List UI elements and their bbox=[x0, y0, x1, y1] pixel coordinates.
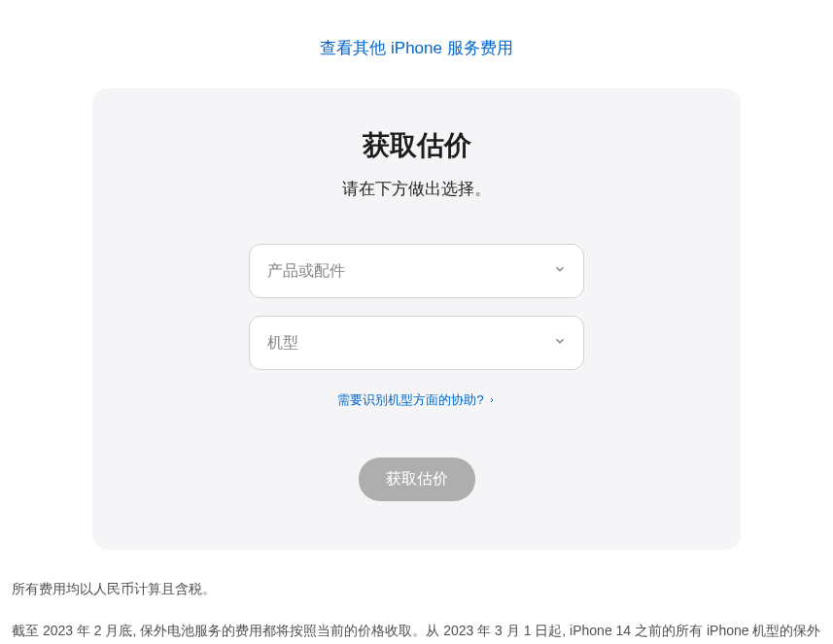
submit-row: 获取估价 bbox=[141, 458, 692, 501]
view-other-services-link[interactable]: 查看其他 iPhone 服务费用 bbox=[320, 39, 512, 57]
model-select[interactable]: 机型 bbox=[249, 316, 584, 370]
identify-model-help-link[interactable]: 需要识别机型方面的协助? bbox=[337, 391, 495, 409]
product-select[interactable]: 产品或配件 bbox=[249, 244, 584, 298]
estimate-card: 获取估价 请在下方做出选择。 产品或配件 机型 需要识别机型方面的协助? 获取估… bbox=[92, 88, 741, 550]
card-title: 获取估价 bbox=[141, 127, 692, 164]
footer-line-1: 所有费用均以人民币计算且含税。 bbox=[12, 577, 821, 601]
help-link-label: 需要识别机型方面的协助? bbox=[337, 391, 483, 409]
footer-line-2: 截至 2023 年 2 月底, 保外电池服务的费用都将按照当前的价格收取。从 2… bbox=[12, 619, 821, 644]
card-subtitle: 请在下方做出选择。 bbox=[141, 178, 692, 200]
get-estimate-button[interactable]: 获取估价 bbox=[359, 458, 475, 501]
model-select-wrap: 机型 bbox=[249, 316, 584, 370]
chevron-right-icon bbox=[488, 396, 496, 404]
footer-text: 所有费用均以人民币计算且含税。 截至 2023 年 2 月底, 保外电池服务的费… bbox=[0, 550, 833, 644]
footer-line-2-part1: 截至 2023 年 2 月底, 保外电池服务的费用都将按照当前的价格收取。从 2… bbox=[12, 623, 820, 644]
top-link-container: 查看其他 iPhone 服务费用 bbox=[0, 0, 833, 88]
product-select-wrap: 产品或配件 bbox=[249, 244, 584, 298]
